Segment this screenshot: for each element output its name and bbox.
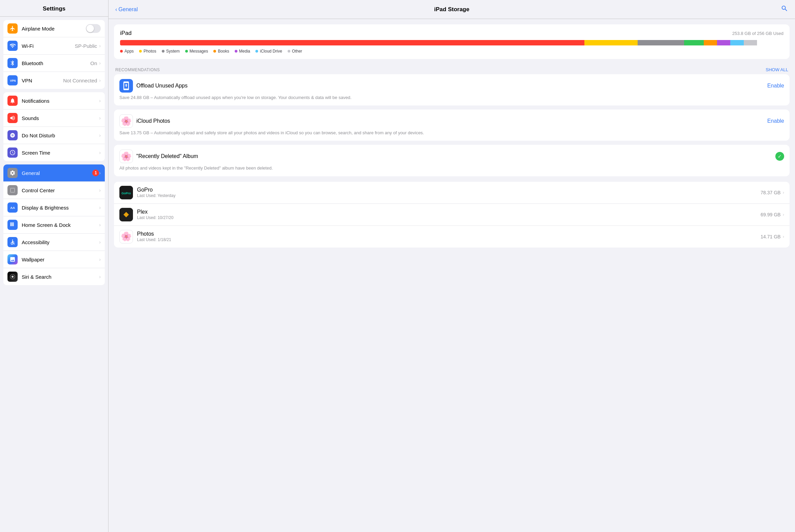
back-button[interactable]: ‹ General	[115, 6, 138, 13]
plex-last-used: Last Used: 10/27/20	[137, 215, 761, 220]
system-group: Notifications › Sounds › Do Not Disturb …	[3, 92, 105, 161]
display-brightness-chevron: ›	[99, 205, 101, 210]
legend-label-media: Media	[239, 49, 250, 54]
legend-apps: Apps	[120, 49, 134, 54]
sidebar: Settings Airplane Mode Wi-Fi SP-Public ›	[0, 0, 109, 532]
bar-messages	[684, 40, 704, 45]
control-center-label: Control Center	[22, 188, 99, 193]
legend-books: Books	[213, 49, 229, 54]
legend-dot-icloud	[255, 50, 258, 53]
wifi-value: SP-Public	[75, 43, 97, 49]
rec-offload-apps: Offload Unused Apps Enable Save 24.88 GB…	[114, 74, 790, 106]
do-not-disturb-label: Do Not Disturb	[22, 133, 99, 138]
notifications-label: Notifications	[22, 98, 99, 104]
wallpaper-chevron: ›	[99, 257, 101, 262]
rec-icloud-left: 🌸 iCloud Photos	[119, 114, 170, 128]
wallpaper-icon	[7, 254, 18, 265]
legend-dot-books	[213, 50, 216, 53]
sidebar-item-accessibility[interactable]: Accessibility ›	[3, 234, 105, 251]
screen-time-chevron: ›	[99, 150, 101, 155]
airplane-mode-icon	[7, 23, 18, 34]
screen-time-icon	[7, 148, 18, 158]
sidebar-item-sounds[interactable]: Sounds ›	[3, 110, 105, 127]
gopro-icon: GoPro	[119, 186, 133, 200]
legend-label-system: System	[166, 49, 180, 54]
legend-dot-messages	[185, 50, 188, 53]
wifi-icon	[7, 41, 18, 51]
rec-offload-enable-button[interactable]: Enable	[767, 83, 784, 89]
legend-dot-photos	[139, 50, 142, 53]
do-not-disturb-icon	[7, 130, 18, 140]
rec-icloud-title: iCloud Photos	[136, 118, 170, 124]
photos-chevron: ›	[783, 234, 784, 239]
siri-icon	[7, 271, 18, 282]
vpn-label: VPN	[22, 78, 63, 83]
rec-recently-deleted-row: 🌸 "Recently Deleted" Album ✓	[119, 150, 784, 163]
photos-size: 14.71 GB	[761, 234, 781, 240]
wifi-chevron: ›	[99, 43, 101, 49]
airplane-mode-toggle[interactable]	[86, 24, 101, 33]
display-brightness-label: Display & Brightness	[22, 205, 99, 211]
rec-icloud-enable-button[interactable]: Enable	[767, 118, 784, 124]
sidebar-item-airplane-mode[interactable]: Airplane Mode	[3, 20, 105, 37]
storage-bar	[120, 40, 783, 45]
legend-label-icloud: iCloud Drive	[260, 49, 282, 54]
rec-recently-deleted-desc: All photos and videos kept in the "Recen…	[119, 165, 784, 171]
bar-media	[717, 40, 730, 45]
sidebar-item-siri-search[interactable]: Siri & Search ›	[3, 268, 105, 285]
legend-dot-media	[235, 50, 238, 53]
sidebar-item-wifi[interactable]: Wi-Fi SP-Public ›	[3, 37, 105, 55]
storage-legend: Apps Photos System Messages Books	[120, 49, 783, 54]
photos-info: Photos Last Used: 1/18/21	[137, 231, 761, 242]
rec-recently-deleted-left: 🌸 "Recently Deleted" Album	[119, 150, 198, 163]
app-item-gopro[interactable]: GoPro GoPro Last Used: Yesterday 78.37 G…	[114, 182, 790, 204]
rec-recently-deleted: 🌸 "Recently Deleted" Album ✓ All photos …	[114, 145, 790, 176]
sidebar-item-bluetooth[interactable]: Bluetooth On ›	[3, 55, 105, 72]
photos-icon: 🌸	[119, 230, 133, 244]
app-item-plex[interactable]: Plex Last Used: 10/27/20 69.99 GB ›	[114, 204, 790, 226]
gopro-last-used: Last Used: Yesterday	[137, 193, 761, 198]
sidebar-item-vpn[interactable]: VPN VPN Not Connected ›	[3, 72, 105, 89]
airplane-mode-label: Airplane Mode	[22, 26, 86, 32]
gopro-chevron: ›	[783, 190, 784, 195]
sidebar-item-general[interactable]: General 1 ›	[3, 165, 105, 182]
rec-offload-desc: Save 24.88 GB – Automatically offload un…	[119, 95, 784, 101]
svg-point-3	[12, 276, 14, 278]
rec-recently-deleted-done: ✓	[775, 152, 784, 161]
app-item-photos[interactable]: 🌸 Photos Last Used: 1/18/21 14.71 GB ›	[114, 226, 790, 248]
legend-label-photos: Photos	[144, 49, 156, 54]
recommendations-label: RECOMMENDATIONS	[115, 68, 160, 72]
sidebar-item-display-brightness[interactable]: AA Display & Brightness ›	[3, 199, 105, 216]
rec-offload-row: Offload Unused Apps Enable	[119, 79, 784, 93]
bar-icloud	[730, 40, 743, 45]
svg-point-2	[12, 240, 13, 241]
sidebar-item-screen-time[interactable]: Screen Time ›	[3, 144, 105, 161]
sidebar-item-control-center[interactable]: Control Center ›	[3, 182, 105, 199]
sidebar-item-wallpaper[interactable]: Wallpaper ›	[3, 251, 105, 268]
sounds-label: Sounds	[22, 115, 99, 121]
storage-usage: 253.8 GB of 256 GB Used	[732, 31, 783, 36]
rec-offload-icon	[119, 79, 133, 93]
legend-dot-system	[162, 50, 165, 53]
vpn-value: Not Connected	[63, 78, 97, 83]
sidebar-title: Settings	[0, 0, 108, 17]
sidebar-item-do-not-disturb[interactable]: Do Not Disturb ›	[3, 127, 105, 144]
bluetooth-value: On	[90, 60, 97, 66]
legend-dot-apps	[120, 50, 123, 53]
sidebar-item-notifications[interactable]: Notifications ›	[3, 92, 105, 110]
page-title: iPad Storage	[434, 6, 469, 13]
display-group: General 1 › Control Center › AA Display …	[3, 165, 105, 285]
display-brightness-icon: AA	[7, 203, 18, 213]
legend-other: Other	[288, 49, 302, 54]
legend-media: Media	[235, 49, 250, 54]
legend-dot-other	[288, 50, 290, 53]
search-button[interactable]	[781, 5, 788, 14]
bluetooth-label: Bluetooth	[22, 60, 90, 66]
show-all-button[interactable]: SHOW ALL	[766, 67, 788, 72]
rec-icloud-photos-icon: 🌸	[119, 114, 133, 128]
device-name: iPad	[120, 30, 132, 37]
plex-info: Plex Last Used: 10/27/20	[137, 209, 761, 220]
gopro-name: GoPro	[137, 187, 761, 193]
sidebar-item-home-screen[interactable]: Home Screen & Dock ›	[3, 216, 105, 234]
rec-offload-title: Offload Unused Apps	[136, 83, 188, 89]
